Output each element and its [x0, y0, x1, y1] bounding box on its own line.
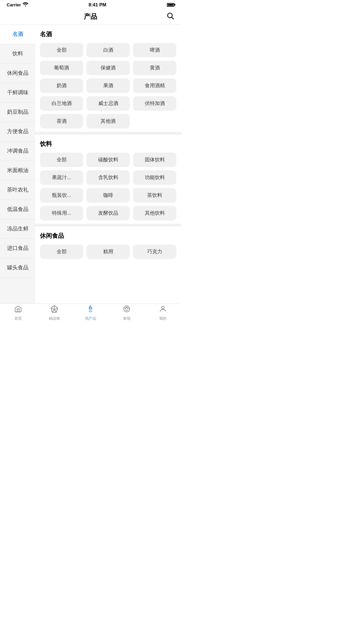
sidebar-item-2[interactable]: 休闲食品	[0, 64, 35, 83]
palette-icon	[123, 305, 131, 315]
sidebar-item-1[interactable]: 饮料	[0, 44, 35, 64]
sidebar-item-10[interactable]: 冻品生鲜	[0, 219, 35, 239]
tag-qitayinliao[interactable]: 其他饮料	[133, 206, 176, 220]
svg-point-7	[125, 308, 126, 309]
category-title-2: 休闲食品	[40, 232, 176, 240]
person-icon	[159, 305, 167, 315]
status-left: Carrier	[7, 2, 28, 7]
svg-point-10	[162, 306, 164, 309]
tag-quanbu-0[interactable]: 全部	[40, 43, 83, 57]
nav-item-mine[interactable]: 我的	[145, 305, 181, 321]
sidebar-item-0[interactable]: 名酒	[0, 25, 35, 44]
header: 产品	[0, 9, 181, 25]
category-section-2: 休闲食品 全部 糕用 巧克力	[35, 226, 181, 262]
tag-teshu[interactable]: 特殊用...	[40, 206, 83, 220]
status-time: 8:41 PM	[88, 2, 106, 7]
svg-line-4	[52, 310, 54, 312]
tag-guoshuzhi[interactable]: 果蔬汁...	[40, 170, 83, 185]
tag-baojian[interactable]: 保健酒	[86, 61, 130, 75]
tag-bailandi[interactable]: 白兰地酒	[40, 96, 83, 111]
sidebar-item-12[interactable]: 罐头食品	[0, 258, 35, 278]
bottom-nav: 首页 精品馆 找产品	[0, 304, 181, 322]
tags-grid-2: 全部 糕用 巧克力	[40, 245, 176, 259]
tag-qiaokeli[interactable]: 巧克力	[133, 245, 176, 259]
status-right	[167, 3, 174, 7]
category-section-1: 饮料 全部 碳酸饮料 固体饮料 果蔬汁... 含乳饮料 功能饮料 瓶装饮... …	[35, 135, 181, 224]
nav-label-mine: 我的	[159, 316, 167, 321]
tag-qitajiu[interactable]: 其他酒	[86, 114, 130, 128]
tags-grid-0: 全部 白酒 啤酒 葡萄酒 保健酒 黄酒 奶酒 果酒 食用酒精 白兰地酒 威士忌酒…	[40, 43, 176, 128]
sidebar-item-4[interactable]: 奶豆制品	[0, 103, 35, 122]
sidebar-item-8[interactable]: 茶叶农礼	[0, 180, 35, 200]
sidebar-item-9[interactable]: 低温食品	[0, 200, 35, 219]
nav-item-boutique[interactable]: 精品馆	[36, 305, 72, 321]
nav-label-home: 首页	[14, 316, 22, 321]
nav-label-discover: 发现	[123, 316, 130, 321]
tag-guojiu[interactable]: 果酒	[86, 78, 130, 93]
tag-huangjiu[interactable]: 黄酒	[133, 61, 176, 75]
tag-quanbu-2[interactable]: 全部	[40, 245, 83, 259]
tag-weishiji[interactable]: 威士忌酒	[86, 96, 130, 111]
search-button[interactable]	[166, 12, 174, 22]
sidebar: 名酒 饮料 休闲食品 干鲜调味 奶豆制品 方便食品 冲调食品 米面粮油 茶叶农礼…	[0, 25, 35, 304]
tag-pijiu[interactable]: 啤酒	[133, 43, 176, 57]
tag-putaojiu[interactable]: 葡萄酒	[40, 61, 83, 75]
tag-hanru[interactable]: 含乳饮料	[86, 170, 130, 185]
nav-item-discover[interactable]: 发现	[109, 305, 145, 321]
diamond-icon	[50, 305, 58, 315]
tag-quanbu-1[interactable]: 全部	[40, 153, 83, 167]
sidebar-item-11[interactable]: 进口食品	[0, 239, 35, 258]
tag-naijiu[interactable]: 奶酒	[40, 78, 83, 93]
tag-tansuanyinliao[interactable]: 碳酸饮料	[86, 153, 130, 167]
home-icon	[14, 305, 22, 315]
category-title-1: 饮料	[40, 140, 176, 148]
tag-fajiao[interactable]: 发酵饮品	[86, 206, 130, 220]
sidebar-item-7[interactable]: 米面粮油	[0, 161, 35, 180]
category-title-0: 名酒	[40, 30, 176, 38]
tag-baijiu[interactable]: 白酒	[86, 43, 130, 57]
tag-shiyong[interactable]: 食用酒精	[133, 78, 176, 93]
sidebar-item-6[interactable]: 冲调食品	[0, 142, 35, 161]
tag-gongneng[interactable]: 功能饮料	[133, 170, 176, 185]
tag-chajiu[interactable]: 茶酒	[40, 114, 83, 128]
divider-0	[35, 132, 181, 135]
fire-icon	[86, 305, 95, 315]
tag-kafei[interactable]: 咖啡	[86, 188, 130, 203]
content-area: 名酒 全部 白酒 啤酒 葡萄酒 保健酒 黄酒 奶酒 果酒 食用酒精 白兰地酒 威…	[35, 25, 181, 304]
tag-pinzhuang[interactable]: 瓶装饮...	[40, 188, 83, 203]
nav-label-find-product: 找产品	[85, 316, 96, 321]
svg-line-5	[54, 310, 56, 312]
svg-line-1	[172, 17, 174, 19]
carrier-text: Carrier	[7, 2, 21, 7]
page-title: 产品	[84, 12, 97, 21]
sidebar-item-5[interactable]: 方便食品	[0, 122, 35, 142]
nav-item-home[interactable]: 首页	[0, 305, 36, 321]
svg-point-8	[126, 307, 127, 308]
svg-point-9	[128, 308, 128, 309]
battery-icon	[167, 3, 174, 7]
status-bar: Carrier 8:41 PM	[0, 0, 181, 9]
tags-grid-1: 全部 碳酸饮料 固体饮料 果蔬汁... 含乳饮料 功能饮料 瓶装饮... 咖啡 …	[40, 153, 176, 220]
main-content: 名酒 饮料 休闲食品 干鲜调味 奶豆制品 方便食品 冲调食品 米面粮油 茶叶农礼…	[0, 25, 181, 304]
wifi-icon	[23, 2, 28, 7]
divider-1	[35, 224, 181, 226]
tag-gutiyinliao[interactable]: 固体饮料	[133, 153, 176, 167]
tag-gaoyong[interactable]: 糕用	[86, 245, 130, 259]
nav-label-boutique: 精品馆	[49, 316, 60, 321]
sidebar-item-3[interactable]: 干鲜调味	[0, 83, 35, 103]
category-section-0: 名酒 全部 白酒 啤酒 葡萄酒 保健酒 黄酒 奶酒 果酒 食用酒精 白兰地酒 威…	[35, 25, 181, 132]
nav-item-find-product[interactable]: 找产品	[72, 305, 109, 321]
tag-chayinliao[interactable]: 茶饮料	[133, 188, 176, 203]
tag-futejia[interactable]: 伏特加酒	[133, 96, 176, 111]
